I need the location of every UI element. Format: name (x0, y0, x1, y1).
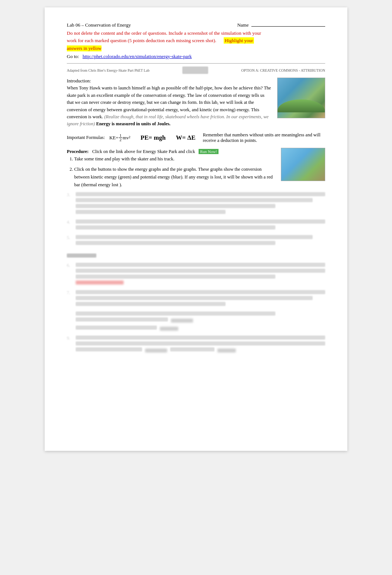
blurred-questions: 3. 4. 5. (67, 192, 325, 354)
phet-link[interactable]: http://phet.colorado.edu/en/simulation/e… (83, 54, 192, 59)
blurred-item-7: 7. (67, 290, 325, 308)
answers-yellow-line: answers in yellow (67, 45, 325, 54)
skate-image-right2 (281, 148, 325, 181)
ke-formula: KE= 1 2 mv² (109, 133, 130, 142)
w-formula: W= ΔE (176, 134, 196, 142)
answers-label: answers in yellow (67, 45, 102, 51)
name-underline (251, 26, 325, 27)
blurred-item-3: 3. (67, 192, 325, 216)
blurred-item-4: 4. (67, 220, 325, 231)
skate-image-right (277, 78, 325, 118)
intro-section: Introduction: When Tony Hawk wants to la… (67, 78, 325, 128)
procedure-section: Procedure: Click on the link above for E… (67, 148, 325, 189)
goto-line: Go to: http://phet.colorado.edu/en/simul… (67, 54, 325, 59)
formulas-section: Important Formulas: KE= 1 2 mv² PE= mgh … (67, 132, 325, 143)
header-row: Lab 06 – Conservation of Energy Name (67, 22, 325, 28)
green-highlight-button: Run Now! (199, 149, 219, 154)
ke-fraction: 1 2 (119, 133, 123, 142)
lab-title: Lab 06 – Conservation of Energy (67, 22, 131, 28)
blurred-item-8 (76, 312, 325, 332)
pe-formula: PE= mgh (141, 134, 166, 142)
highlight-label: Highlight your (224, 37, 254, 44)
skate-park-image2 (281, 148, 325, 181)
formula-label: Important Formulas: (67, 135, 105, 140)
attribution-row: Adapted from Chris Bier's Energy-Skate P… (67, 67, 325, 74)
skate-park-image (277, 78, 325, 118)
instruction-text: Do not delete the content and the order … (67, 30, 325, 44)
blurred-item-9: 9. (67, 336, 325, 354)
blurred-image-center (182, 67, 208, 74)
name-line: Name (237, 22, 325, 28)
blurred-item-5: 5. (67, 235, 325, 247)
remember-text: Remember that numbers without units are … (203, 132, 325, 143)
blurred-item-6: 6. (67, 263, 325, 286)
blurred-title-1 (67, 254, 325, 258)
intro-body2: Energy is measured in units of Joules. (96, 121, 171, 126)
document-page: Lab 06 – Conservation of Energy Name Do … (45, 7, 347, 451)
divider-line (67, 63, 325, 64)
